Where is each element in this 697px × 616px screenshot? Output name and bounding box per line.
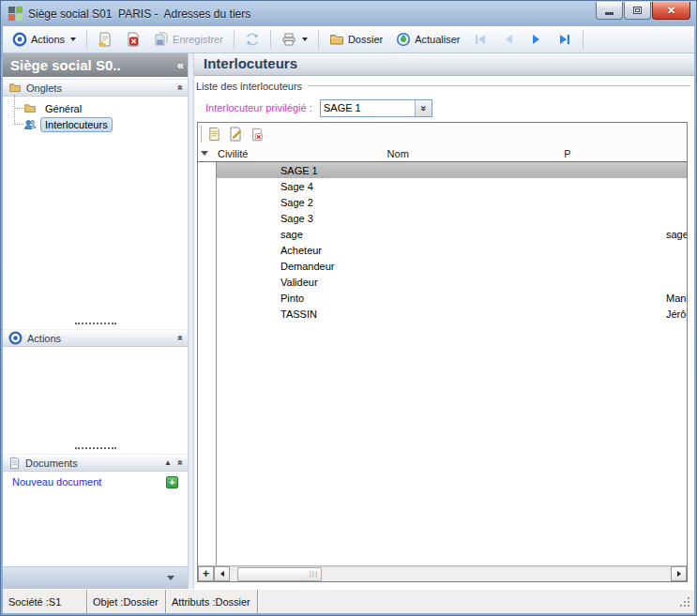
nav-previous-button[interactable] [495, 29, 522, 50]
table-row[interactable]: Demandeur [198, 258, 687, 274]
new-document-link[interactable]: Nouveau document [12, 476, 166, 488]
main-panel-title: Interlocuteurs [194, 53, 694, 76]
new-document-row: Nouveau document + [3, 472, 188, 490]
onglets-collapse-icon[interactable]: » [174, 84, 184, 90]
grid-delete-row-button[interactable] [249, 126, 265, 143]
grid-select-all-button[interactable] [198, 145, 211, 161]
grid-column-civilite[interactable]: Civilité [211, 145, 254, 161]
nav-previous-icon [501, 32, 516, 47]
save-icon [154, 32, 169, 47]
scrollbar-track[interactable]: ||| [230, 566, 671, 581]
table-row[interactable]: sagesage [198, 226, 687, 242]
content-area: Siège social S0.. « Onglets » Général In… [3, 53, 694, 589]
grid-column-nom[interactable]: Nom [254, 145, 541, 161]
scroll-right-button[interactable] [671, 566, 687, 581]
grid-add-button[interactable]: + [198, 566, 214, 581]
sidebar-footer-menu-icon[interactable] [167, 576, 174, 580]
actions-target-icon [12, 32, 27, 47]
minimize-icon [605, 12, 614, 15]
close-button[interactable]: ✕ [652, 2, 690, 20]
arrow-right-icon [677, 571, 681, 577]
folder-icon [329, 32, 344, 47]
grid-selector-divider [216, 162, 217, 565]
privileged-combobox-button[interactable]: » [415, 100, 432, 116]
nav-next-button[interactable] [523, 29, 550, 50]
arrow-left-icon [220, 571, 224, 577]
add-document-button[interactable]: + [166, 476, 178, 488]
actions-menu-button[interactable]: Actions [7, 29, 82, 50]
grid-body: SAGE 1 Sage 4 Sage 2 Sage 3 sagesage Ach… [198, 162, 687, 565]
new-record-icon [98, 32, 113, 47]
nav-first-icon [473, 32, 488, 47]
actions-section-label: Actions [27, 333, 172, 344]
table-row[interactable]: SAGE 1 [198, 162, 687, 178]
grid-new-row-button[interactable] [205, 126, 222, 143]
refresh-button[interactable] [239, 29, 265, 50]
status-bar: Société :S1 Objet :Dossier Attributs :Do… [3, 589, 694, 613]
print-button[interactable] [276, 29, 313, 50]
refresh-icon [245, 32, 260, 47]
actions-section-header[interactable]: Actions » [3, 329, 188, 347]
documents-collapse-icon[interactable]: » [174, 459, 184, 465]
dossier-button[interactable]: Dossier [324, 29, 388, 50]
tree-item-general[interactable]: Général [12, 100, 188, 116]
documents-up-icon[interactable]: ▲ [164, 458, 172, 467]
sidebar-footer [3, 566, 188, 589]
app-window: Siège social S01 PARIS - Adresses du tie… [0, 0, 697, 616]
onglets-section-header[interactable]: Onglets » [3, 79, 188, 97]
toolbar-separator [318, 30, 319, 49]
tree-item-interlocuteurs[interactable]: Interlocuteurs [12, 116, 188, 132]
interlocuteurs-people-icon [23, 118, 37, 131]
status-societe: Société :S1 [3, 590, 87, 613]
tree-item-label: Interlocuteurs [40, 117, 113, 132]
nav-last-button[interactable] [552, 29, 578, 50]
splitter-handle[interactable] [3, 320, 188, 327]
grid-column-prenom[interactable]: P [541, 145, 687, 161]
actualiser-button[interactable]: Actualiser [390, 29, 465, 50]
grid-new-icon [207, 127, 221, 142]
group-box-label: Liste des interlocuteurs [196, 81, 302, 92]
table-row[interactable]: Sage 4 [198, 178, 687, 194]
table-row[interactable]: Sage 2 [198, 194, 687, 210]
actions-target-icon [8, 331, 23, 345]
splitter-handle[interactable] [3, 444, 188, 452]
actions-collapse-icon[interactable]: » [174, 335, 184, 340]
print-caret-icon [302, 38, 308, 41]
toolbar-separator [270, 30, 271, 49]
table-row[interactable]: Valideur [198, 274, 687, 290]
interlocuteurs-grid: Civilité Nom P SAGE 1 Sage 4 Sage 2 Sage… [197, 122, 688, 582]
table-row[interactable]: Acheteur [198, 242, 687, 258]
grid-horizontal-scrollbar: + ||| [198, 565, 687, 581]
toolbar-separator [86, 30, 87, 49]
sidebar: Siège social S0.. « Onglets » Général In… [3, 53, 189, 589]
table-row[interactable]: PintoManu [198, 290, 687, 306]
grid-header-row: Civilité Nom P [198, 145, 687, 162]
close-icon: ✕ [667, 5, 675, 17]
sidebar-spacer [3, 490, 188, 566]
table-row[interactable]: Sage 3 [198, 210, 687, 226]
resize-grip-icon [680, 597, 691, 608]
sidebar-collapse-button[interactable]: « [177, 58, 184, 72]
status-empty-panel [258, 590, 694, 613]
status-attributs: Attributs :Dossier [166, 590, 258, 613]
new-record-button[interactable] [92, 29, 118, 50]
grid-edit-row-button[interactable] [227, 126, 244, 143]
sidebar-header: Siège social S0.. « [3, 53, 188, 77]
resize-grip[interactable] [680, 597, 691, 610]
documents-icon [8, 457, 21, 470]
nav-first-button[interactable] [467, 29, 493, 50]
onglets-folder-icon [8, 82, 22, 94]
scroll-left-button[interactable] [214, 566, 230, 581]
title-bar[interactable]: Siège social S01 PARIS - Adresses du tie… [1, 1, 696, 26]
documents-section-header[interactable]: Documents ▲ » [3, 454, 188, 472]
delete-record-icon [126, 32, 141, 47]
scrollbar-thumb[interactable]: ||| [237, 567, 322, 581]
privileged-label: Interlocuteur privilégié : [205, 102, 320, 113]
table-row[interactable]: TASSINJérôm [198, 306, 687, 322]
delete-record-button[interactable] [120, 29, 146, 50]
restore-button[interactable] [624, 2, 651, 20]
save-button[interactable]: Enregistrer [148, 29, 229, 50]
privileged-combobox[interactable]: SAGE 1 » [320, 99, 432, 117]
minimize-button[interactable] [596, 2, 623, 20]
main-panel: Interlocuteurs Liste des interlocuteurs … [194, 53, 694, 589]
